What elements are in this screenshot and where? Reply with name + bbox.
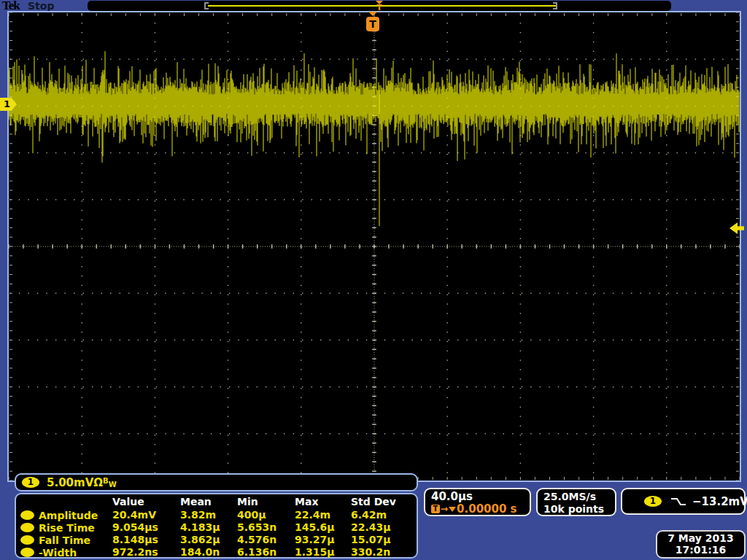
table-row: 1Fall Time8.148µs3.862µ4.576n93.27µ15.07…: [19, 534, 417, 546]
measurement-header-blank: [19, 496, 112, 509]
measurement-value-cell: 20.4mV: [112, 509, 180, 521]
bandwidth-limit-icon-2: W: [109, 481, 117, 489]
measurement-value-cell: 8.148µs: [112, 534, 180, 546]
window-bracket-left-icon: [204, 2, 209, 9]
measurement-max-cell: 22.4m: [295, 509, 351, 521]
window-bracket-right-icon: [553, 2, 557, 9]
down-triangle-icon: [449, 507, 456, 512]
measurement-std_dev-cell: 330.2n: [351, 546, 417, 559]
measurement-value-cell: 9.054µs: [112, 521, 180, 534]
measurement-header-max: Max: [295, 496, 351, 509]
channel1-volts-per-div: 5.00mV: [47, 476, 93, 489]
measurement-label-cell: 1Fall Time: [19, 534, 112, 546]
record-view-bar[interactable]: T: [88, 1, 671, 11]
measurement-name: -Width: [39, 547, 77, 559]
measurement-min-cell: 4.576n: [237, 534, 295, 546]
channel-badge: 1: [20, 523, 34, 532]
channel1-readout[interactable]: 1 5.00mVΩBW: [15, 473, 418, 491]
trigger-readout[interactable]: 1 −13.2mV: [621, 488, 746, 515]
date-text: 7 May 2013: [657, 532, 744, 544]
trigger-level-value: −13.2mV: [692, 495, 747, 508]
measurement-label-cell: 1Rise Time: [19, 521, 112, 534]
acquisition-status: Stop: [28, 0, 54, 12]
table-row: 1Rise Time9.054µs4.183µ5.653n145.6µ22.43…: [19, 521, 417, 534]
measurement-header-mean: Mean: [180, 496, 237, 509]
trigger-position-arrow-icon: [368, 12, 377, 16]
trigger-position-readout: T → 0.00000 s: [431, 503, 530, 515]
bandwidth-limit-icon: B: [103, 477, 109, 485]
measurement-min-cell: 400µ: [237, 509, 295, 521]
measurement-label-cell: 1-Width: [19, 546, 112, 559]
measurement-min-cell: 5.653n: [237, 521, 295, 534]
measurement-name: Amplitude: [39, 510, 98, 521]
measurement-value-cell: 972.2ns: [112, 546, 180, 559]
measurement-header-row: Value Mean Min Max Std Dev: [19, 496, 417, 509]
graticule-display: [7, 11, 741, 482]
channel-badge: 1: [20, 548, 34, 557]
channel-badge: 1: [20, 535, 34, 545]
sample-rate: 25.0MS/s: [543, 491, 615, 503]
measurement-name: Fall Time: [39, 534, 90, 546]
measurement-header-min: Min: [237, 496, 295, 509]
time-text: 17:01:16: [657, 544, 744, 556]
measurement-mean-cell: 3.82m: [180, 509, 237, 521]
record-length: 10k points: [543, 503, 615, 516]
trigger-t-box-icon: T: [431, 505, 440, 513]
trigger-source-badge: 1: [644, 496, 662, 507]
measurement-header-stddev: Std Dev: [351, 496, 417, 509]
top-status-bar: Tek Stop T: [0, 0, 747, 12]
table-row: 1-Width972.2ns184.0n6.136n1.315µ330.2n: [19, 546, 417, 559]
acquisition-readout[interactable]: 25.0MS/s 10k points: [536, 488, 616, 516]
measurement-header-value: Value: [112, 496, 180, 509]
measurement-table: Value Mean Min Max Std Dev 1Amplitude20.…: [15, 493, 418, 559]
impedance-icon: Ω: [93, 476, 103, 489]
channel1-scale: 5.00mVΩBW: [47, 476, 117, 489]
channel1-waveform: [9, 12, 740, 481]
trigger-position-flag[interactable]: T: [365, 12, 380, 32]
timebase-scale: 40.0µs: [431, 491, 530, 503]
measurement-std_dev-cell: 6.42m: [351, 509, 417, 521]
right-arrow-icon: →: [441, 505, 448, 513]
measurement-std_dev-cell: 22.43µ: [351, 521, 417, 534]
measurement-max-cell: 145.6µ: [295, 521, 351, 534]
measurement-mean-cell: 3.862µ: [180, 534, 237, 546]
channel-badge: 1: [20, 510, 34, 520]
falling-edge-icon: [670, 497, 686, 507]
measurement-mean-cell: 4.183µ: [180, 521, 237, 534]
measurement-std_dev-cell: 15.07µ: [351, 534, 417, 546]
horizontal-readout[interactable]: 40.0µs T → 0.00000 s: [424, 488, 531, 516]
table-row: 1Amplitude20.4mV3.82m400µ22.4m6.42m: [19, 509, 417, 521]
measurement-rows: 1Amplitude20.4mV3.82m400µ22.4m6.42m1Rise…: [19, 509, 417, 559]
datetime-readout: 7 May 2013 17:01:16: [656, 530, 746, 559]
measurement-label-cell: 1Amplitude: [19, 509, 112, 521]
trigger-t-icon: T: [375, 4, 384, 11]
measurement-name: Rise Time: [39, 522, 95, 534]
measurement-min-cell: 6.136n: [237, 546, 295, 559]
measurement-max-cell: 1.315µ: [295, 546, 351, 559]
measurement-max-cell: 93.27µ: [295, 534, 351, 546]
record-view-trigger-marker-icon: T: [375, 1, 384, 11]
trigger-position-value: 0.00000 s: [457, 502, 516, 516]
measurement-mean-cell: 184.0n: [180, 546, 237, 559]
trigger-position-t-icon: T: [366, 17, 379, 31]
channel1-badge: 1: [22, 477, 39, 488]
